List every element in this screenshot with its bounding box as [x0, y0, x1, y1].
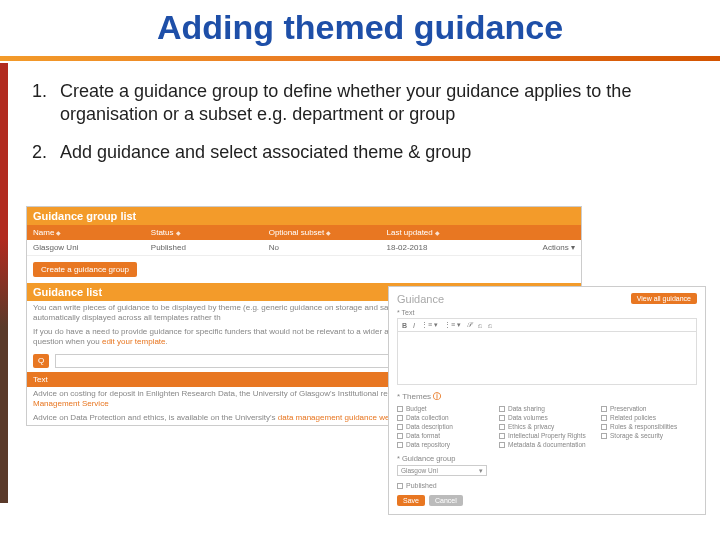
- step-1: Create a guidance group to define whethe…: [52, 80, 698, 127]
- cell-status: Published: [151, 243, 269, 252]
- slide-title: Adding themed guidance: [0, 8, 720, 47]
- accent-top-bar: [0, 56, 720, 61]
- link-icon[interactable]: 𝒮: [467, 321, 472, 329]
- published-checkbox[interactable]: [397, 483, 403, 489]
- col-name[interactable]: Name: [33, 228, 54, 237]
- theme-label: Data format: [406, 432, 440, 439]
- table-row: Glasgow Uni Published No 18-02-2018 Acti…: [27, 240, 581, 256]
- checkbox[interactable]: [499, 433, 505, 439]
- search-icon[interactable]: Q: [33, 354, 49, 368]
- cell-name: Glasgow Uni: [33, 243, 151, 252]
- view-all-guidance-button[interactable]: View all guidance: [631, 293, 697, 304]
- theme-label: Intellectual Property Rights: [508, 432, 586, 439]
- guidance-editor-title: Guidance: [397, 293, 444, 305]
- guidance-group-label: * Guidance group: [397, 454, 697, 463]
- text-field-label: * Text: [397, 309, 697, 316]
- col-subset[interactable]: Optional subset: [269, 228, 325, 237]
- sort-icon[interactable]: ◆: [435, 229, 440, 236]
- theme-label: Data collection: [406, 414, 449, 421]
- theme-label: Preservation: [610, 405, 647, 412]
- col-status[interactable]: Status: [151, 228, 174, 237]
- checkbox[interactable]: [601, 433, 607, 439]
- italic-icon[interactable]: I: [413, 322, 415, 329]
- undo-icon[interactable]: ⎌: [478, 322, 482, 329]
- row-actions[interactable]: Actions ▾: [504, 243, 575, 252]
- published-label: Published: [406, 482, 437, 489]
- dm-guidance-link[interactable]: data management guidance web: [278, 413, 394, 422]
- checkbox[interactable]: [499, 442, 505, 448]
- step-2: Add guidance and select associated theme…: [52, 141, 698, 164]
- checkbox[interactable]: [499, 415, 505, 421]
- cell-subset: No: [269, 243, 387, 252]
- save-button[interactable]: Save: [397, 495, 425, 506]
- editor-toolbar: B I ⋮≡ ▾ ⋮≡ ▾ 𝒮 ⎌ ⎌: [397, 318, 697, 331]
- themes-label: * Themes ⓘ: [397, 391, 697, 402]
- checkbox[interactable]: [397, 406, 403, 412]
- theme-label: Roles & responsibilities: [610, 423, 677, 430]
- checkbox[interactable]: [499, 424, 505, 430]
- guidance-group-select[interactable]: Glasgow Uni▾: [397, 465, 487, 476]
- checkbox[interactable]: [601, 415, 607, 421]
- accent-left-bar: [0, 63, 8, 503]
- checkbox[interactable]: [397, 433, 403, 439]
- theme-label: Data repository: [406, 441, 450, 448]
- slide-steps: Create a guidance group to define whethe…: [28, 80, 698, 178]
- sort-icon[interactable]: ◆: [176, 229, 181, 236]
- theme-label: Related policies: [610, 414, 656, 421]
- theme-label: Data description: [406, 423, 453, 430]
- sort-icon[interactable]: ◆: [56, 229, 61, 236]
- bold-icon[interactable]: B: [402, 322, 407, 329]
- checkbox[interactable]: [397, 424, 403, 430]
- theme-label: Budget: [406, 405, 427, 412]
- checkbox[interactable]: [397, 442, 403, 448]
- create-guidance-group-button[interactable]: Create a guidance group: [33, 262, 137, 277]
- redo-icon[interactable]: ⎌: [488, 322, 492, 329]
- info-icon[interactable]: ⓘ: [433, 392, 441, 401]
- sort-icon[interactable]: ◆: [326, 229, 331, 236]
- checkbox[interactable]: [601, 424, 607, 430]
- chevron-down-icon: ▾: [479, 467, 483, 475]
- theme-label: Data sharing: [508, 405, 545, 412]
- theme-label: Storage & security: [610, 432, 663, 439]
- list-ol-icon[interactable]: ⋮≡ ▾: [444, 321, 461, 329]
- checkbox[interactable]: [397, 415, 403, 421]
- guidance-text-editor[interactable]: [397, 331, 697, 385]
- list-ul-icon[interactable]: ⋮≡ ▾: [421, 321, 438, 329]
- cell-updated: 18-02-2018: [386, 243, 504, 252]
- checkbox[interactable]: [601, 406, 607, 412]
- themes-checkbox-grid: Budget Data sharing Preservation Data co…: [397, 405, 697, 448]
- guidance-group-table-head: Name◆ Status◆ Optional subset◆ Last upda…: [27, 225, 581, 240]
- guidance-group-list-header: Guidance group list: [27, 207, 581, 225]
- screenshot-guidance-editor: Guidance View all guidance * Text B I ⋮≡…: [388, 286, 706, 515]
- edit-template-link[interactable]: edit your template: [102, 337, 166, 346]
- checkbox[interactable]: [499, 406, 505, 412]
- theme-label: Data volumes: [508, 414, 548, 421]
- theme-label: Ethics & privacy: [508, 423, 554, 430]
- theme-label: Metadata & documentation: [508, 441, 586, 448]
- col-updated[interactable]: Last updated: [386, 228, 432, 237]
- cancel-button[interactable]: Cancel: [429, 495, 463, 506]
